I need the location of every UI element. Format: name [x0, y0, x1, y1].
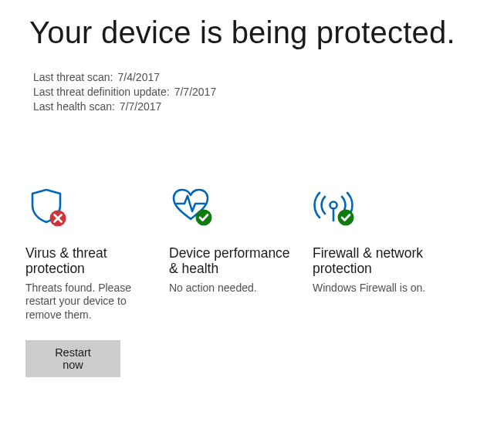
shield-icon: [25, 187, 154, 228]
success-badge-icon: [196, 209, 212, 225]
header-region: Your device is being protected. Last thr…: [0, 0, 504, 160]
last-threat-scan-row: Last threat scan: 7/4/2017: [33, 70, 475, 85]
last-threat-scan-label: Last threat scan:: [33, 70, 113, 85]
firewall-signal-icon: [313, 187, 441, 228]
last-health-scan-label: Last health scan:: [33, 100, 115, 114]
success-badge-icon: [338, 209, 354, 225]
tile-firewall-network[interactable]: Firewall & network protection Windows Fi…: [313, 187, 456, 378]
last-health-scan-value: 7/7/2017: [120, 100, 162, 114]
tile-virus-desc: Threats found. Please restart your devic…: [25, 282, 154, 322]
tiles-region: Virus & threat protection Threats found.…: [0, 160, 504, 378]
last-definition-update-value: 7/7/2017: [174, 85, 217, 100]
error-badge-icon: [50, 210, 66, 226]
last-definition-update-label: Last threat definition update:: [33, 85, 170, 100]
heart-health-icon: [169, 187, 297, 228]
tile-virus-title: Virus & threat protection: [25, 245, 154, 277]
last-definition-update-row: Last threat definition update: 7/7/2017: [33, 85, 475, 100]
last-threat-scan-value: 7/4/2017: [118, 70, 161, 85]
tile-firewall-title: Firewall & network protection: [313, 245, 441, 277]
tile-performance-health[interactable]: Device performance & health No action ne…: [169, 187, 313, 378]
tile-firewall-desc: Windows Firewall is on.: [313, 282, 441, 295]
tile-virus-threat[interactable]: Virus & threat protection Threats found.…: [25, 187, 169, 378]
tile-performance-title: Device performance & health: [169, 245, 297, 277]
restart-now-button[interactable]: Restart now: [25, 340, 120, 377]
last-health-scan-row: Last health scan: 7/7/2017: [33, 100, 475, 114]
page-title: Your device is being protected.: [29, 15, 475, 50]
tile-performance-desc: No action needed.: [169, 282, 297, 295]
scan-info: Last threat scan: 7/4/2017 Last threat d…: [29, 70, 475, 114]
